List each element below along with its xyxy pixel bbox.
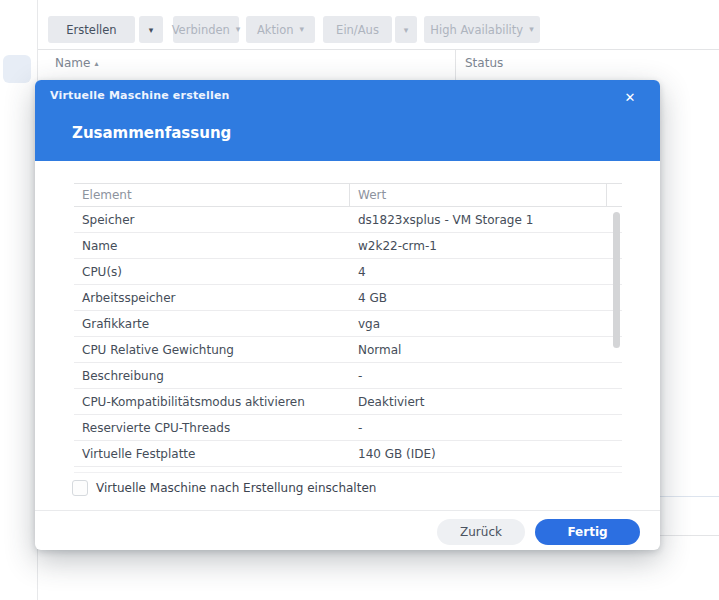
dialog-header: Virtuelle Maschine erstellen ✕ Zusammenf… — [35, 80, 660, 161]
column-divider — [455, 50, 456, 80]
summary-table-header: Element Wert — [74, 183, 622, 207]
vertical-scrollbar[interactable] — [613, 212, 620, 348]
power-on-after-create-label: Virtuelle Maschine nach Erstellung einsc… — [96, 481, 376, 495]
close-icon[interactable]: ✕ — [620, 87, 640, 107]
app-sidebar — [0, 0, 38, 600]
chevron-down-icon: ▾ — [404, 25, 409, 35]
create-dropdown-button[interactable]: ▾ — [139, 16, 163, 43]
column-header-name[interactable]: Name▴ — [55, 56, 98, 70]
summary-element-cell: CPU-Kompatibilitätsmodus aktivieren — [74, 395, 350, 409]
sidebar-app-tile[interactable] — [3, 55, 31, 83]
summary-table-body: Speicherds1823xsplus - VM Storage 1Namew… — [74, 207, 622, 467]
create-vm-dialog: Virtuelle Maschine erstellen ✕ Zusammenf… — [35, 80, 660, 550]
chevron-down-icon: ▾ — [300, 25, 305, 34]
summary-element-cell: Beschreibung — [74, 369, 350, 383]
table-bottom-border — [74, 467, 622, 473]
high-availability-button-label: High Availability — [430, 23, 523, 37]
summary-table-row: CPU-Kompatibilitätsmodus aktivierenDeakt… — [74, 389, 622, 415]
summary-table-row: Beschreibung- — [74, 363, 622, 389]
action-button: Aktion ▾ — [246, 16, 315, 43]
summary-table-row: Namew2k22-crm-1 — [74, 233, 622, 259]
page-title: Zusammenfassung — [72, 124, 231, 142]
summary-table: Element Wert Speicherds1823xsplus - VM S… — [74, 183, 622, 473]
summary-value-cell: - — [350, 369, 622, 383]
finish-button[interactable]: Fertig — [535, 519, 640, 545]
summary-table-row: Grafikkartevga — [74, 311, 622, 337]
connect-button: Verbinden ▾ — [173, 16, 239, 43]
toolbar-divider — [38, 49, 719, 50]
summary-element-cell: Arbeitsspeicher — [74, 291, 350, 305]
summary-value-cell: 140 GB (IDE) — [350, 447, 622, 461]
power-dropdown-button: ▾ — [395, 16, 417, 43]
chevron-down-icon: ▾ — [529, 25, 534, 34]
summary-element-cell: Reservierte CPU-Threads — [74, 421, 350, 435]
action-button-label: Aktion — [257, 23, 294, 37]
header-wert: Wert — [350, 184, 607, 206]
footer-divider — [35, 510, 660, 511]
summary-value-cell: 4 — [350, 265, 622, 279]
dialog-title: Virtuelle Maschine erstellen — [50, 89, 230, 102]
chevron-down-icon: ▾ — [149, 25, 154, 35]
create-button-label: Erstellen — [66, 23, 116, 37]
summary-element-cell: Speicher — [74, 213, 350, 227]
summary-element-cell: Name — [74, 239, 350, 253]
summary-value-cell: Normal — [350, 343, 622, 357]
summary-element-cell: Grafikkarte — [74, 317, 350, 331]
connect-button-label: Verbinden — [172, 23, 230, 37]
header-spacer — [607, 184, 622, 206]
sort-ascending-icon: ▴ — [94, 59, 98, 68]
summary-value-cell: Deaktiviert — [350, 395, 622, 409]
summary-element-cell: Virtuelle Festplatte — [74, 447, 350, 461]
summary-element-cell: CPU Relative Gewichtung — [74, 343, 350, 357]
back-button[interactable]: Zurück — [437, 519, 525, 545]
summary-table-row: Arbeitsspeicher4 GB — [74, 285, 622, 311]
summary-table-row: Reservierte CPU-Threads- — [74, 415, 622, 441]
column-header-status[interactable]: Status — [465, 56, 503, 70]
power-button-label: Ein/Aus — [336, 23, 379, 37]
summary-value-cell: vga — [350, 317, 622, 331]
summary-value-cell: - — [350, 421, 622, 435]
power-button: Ein/Aus — [323, 16, 392, 43]
summary-table-row: CPU Relative GewichtungNormal — [74, 337, 622, 363]
summary-element-cell: CPU(s) — [74, 265, 350, 279]
summary-table-row: Virtuelle Festplatte140 GB (IDE) — [74, 441, 622, 467]
summary-value-cell: w2k22-crm-1 — [350, 239, 622, 253]
high-availability-button: High Availability ▾ — [424, 16, 540, 43]
power-on-after-create-row: Virtuelle Maschine nach Erstellung einsc… — [72, 480, 376, 496]
header-element: Element — [74, 184, 350, 206]
power-on-after-create-checkbox[interactable] — [72, 480, 88, 496]
chevron-down-icon: ▾ — [236, 25, 241, 34]
summary-value-cell: ds1823xsplus - VM Storage 1 — [350, 213, 622, 227]
summary-value-cell: 4 GB — [350, 291, 622, 305]
summary-table-row: Speicherds1823xsplus - VM Storage 1 — [74, 207, 622, 233]
create-button[interactable]: Erstellen — [48, 16, 135, 43]
summary-table-row: CPU(s)4 — [74, 259, 622, 285]
